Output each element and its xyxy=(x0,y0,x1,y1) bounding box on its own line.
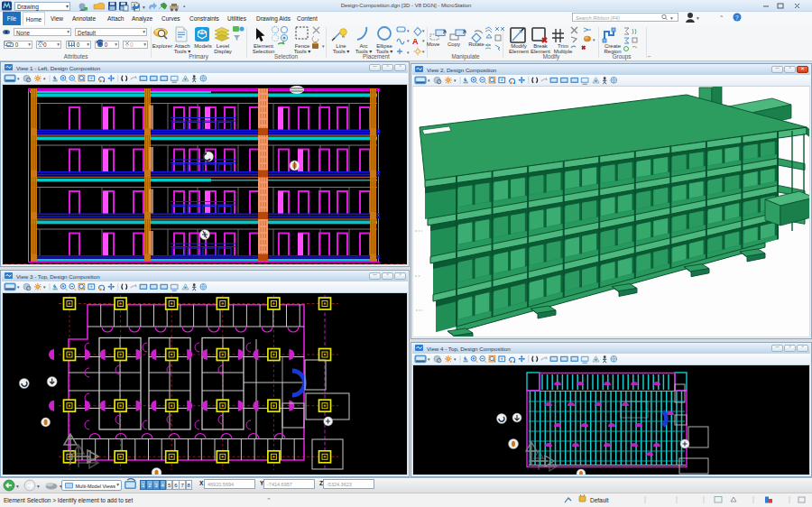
svg-text:▾: ▾ xyxy=(407,38,410,43)
svg-text:Default: Default xyxy=(590,497,609,503)
svg-text:?: ? xyxy=(735,14,739,21)
svg-text:▾: ▾ xyxy=(407,28,410,33)
svg-text:▾: ▾ xyxy=(428,357,430,362)
svg-text:▾: ▾ xyxy=(17,285,20,290)
svg-text:▾: ▾ xyxy=(17,77,20,81)
svg-text:▾: ▾ xyxy=(454,78,457,83)
svg-text:▾: ▾ xyxy=(593,37,595,42)
svg-text:▾: ▾ xyxy=(43,77,46,81)
svg-text:▾: ▾ xyxy=(670,15,673,21)
svg-text:▪: ▪ xyxy=(183,4,185,9)
svg-text:▾: ▾ xyxy=(422,28,425,33)
svg-text:▾: ▾ xyxy=(16,484,19,489)
svg-text:▾: ▾ xyxy=(697,15,699,21)
svg-text:▾: ▾ xyxy=(37,484,40,489)
svg-text:▾: ▾ xyxy=(143,5,145,10)
svg-text:⌃: ⌃ xyxy=(719,14,724,21)
svg-text:▾: ▾ xyxy=(43,285,46,290)
svg-text:⌐: ⌐ xyxy=(648,53,651,59)
svg-text:▾: ▾ xyxy=(422,49,425,54)
svg-text:▾: ▾ xyxy=(428,78,430,83)
svg-text:A: A xyxy=(412,37,419,46)
svg-text:▾: ▾ xyxy=(407,50,410,55)
svg-text:▾: ▾ xyxy=(454,357,457,362)
